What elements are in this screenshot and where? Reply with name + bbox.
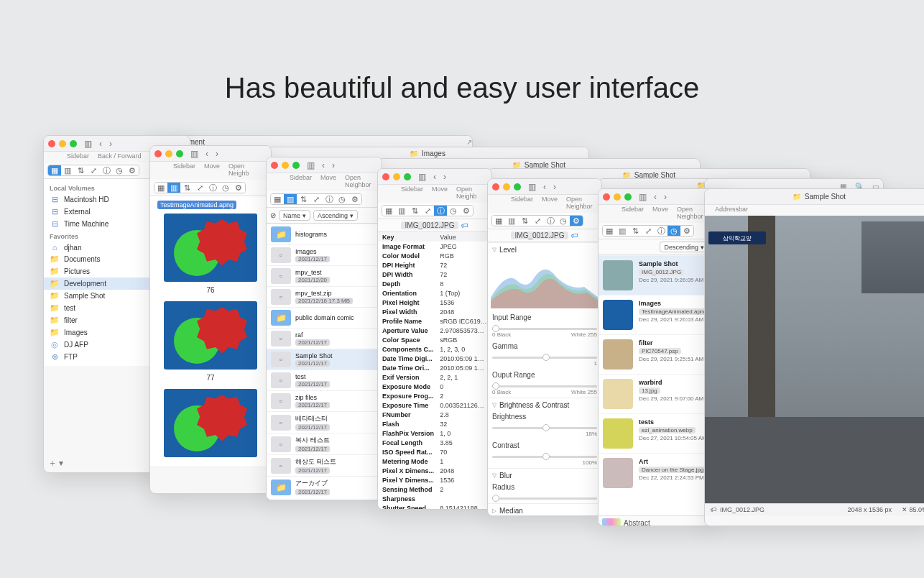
- list-item[interactable]: ▫ Images2021/12/17: [267, 244, 382, 265]
- sidebar-toggle-icon[interactable]: ▥: [84, 139, 92, 149]
- tag-icon: 🏷: [711, 506, 717, 513]
- recent-item[interactable]: Sample ShotIMG_0012.JPGDec 29, 2021 9:26…: [599, 255, 712, 295]
- marketing-headline: Has beautiful and easy user interface: [0, 72, 924, 104]
- metadata-row: Profile NamesRGB IEC61966-2.1: [378, 316, 491, 326]
- path-images[interactable]: Images: [422, 150, 445, 157]
- recent-item[interactable]: filterPIC70547.pspDec 29, 2021 9:25:51 A…: [599, 334, 712, 374]
- col-value: Value: [440, 234, 487, 241]
- thumbnail-item[interactable]: [164, 214, 257, 282]
- metadata-row: FlashPix Version1, 0: [378, 428, 491, 438]
- metadata-row: Pixel Height1536: [378, 298, 491, 307]
- chevron-right-icon[interactable]: ›: [109, 139, 112, 149]
- histogram: [491, 258, 599, 308]
- list-item[interactable]: ▫ 복사 테스트2021/12/17: [267, 433, 382, 454]
- input-range-label: Input Range: [488, 311, 601, 324]
- clock-icon[interactable]: ◷: [113, 165, 126, 175]
- metadata-row: Exposure Time0.003521126760563338: [378, 400, 491, 410]
- filter-icon[interactable]: ⊘: [270, 211, 276, 219]
- label-back-forward: Back / Forward: [98, 152, 142, 160]
- metadata-row: Sharpness: [378, 494, 491, 503]
- list-item[interactable]: ▫ 해상도 테스트2021/12/17: [267, 454, 382, 476]
- adjust-file-badge: IMG_0012.JPG: [511, 231, 569, 239]
- metadata-row: Date Time Digi...2010:05:09 17:16:10: [378, 354, 491, 363]
- sort-by-dropdown[interactable]: Name ▾: [279, 210, 310, 221]
- metadata-row: Date Time Ori...2010:05:09 17:16:10: [378, 363, 491, 372]
- list-item[interactable]: ▫ mpv_test2021/12/20: [267, 265, 382, 286]
- metadata-table: KeyValue Image FormatJPEGColor ModelRGBD…: [378, 232, 491, 510]
- path-sample-shot[interactable]: Sample Shot: [805, 193, 846, 201]
- list-item[interactable]: 📁 アーカイブ2021/12/17: [267, 476, 382, 497]
- list-item[interactable]: ▫ Sample Shot2021/12/17: [267, 349, 382, 370]
- metadata-row: Shutter Speed...8.151421188630492: [378, 503, 491, 510]
- recent-item[interactable]: ImagesTestImageAnimated.apngDec 29, 2021…: [599, 295, 712, 334]
- blur-radius-slider[interactable]: [492, 497, 597, 500]
- status-dimensions: 2048 x 1536 px: [847, 506, 892, 513]
- gamma-label: Gamma: [488, 340, 601, 352]
- sort-row[interactable]: ⊘ Name ▾ Ascending ▾: [267, 208, 382, 224]
- file-list: 📁 histograms ▫ Images2021/12/17 ▫ mpv_te…: [267, 224, 382, 500]
- metadata-row: Exposure Prog...2: [378, 391, 491, 400]
- window-info: ▥‹› SidebarMoveOpen Neighb ▦▥⇅⤢ⓘ◷⚙ IMG_0…: [377, 168, 492, 510]
- thumbnail-item[interactable]: [164, 389, 257, 457]
- output-range-label: Ouput Range: [488, 369, 601, 381]
- metadata-row: ISO Speed Rat...70: [378, 447, 491, 457]
- share-icon[interactable]: ↗: [466, 138, 472, 146]
- status-filename: IMG_0012.JPG: [720, 506, 764, 513]
- selected-file-badge: TestImageAnimated.apng: [157, 201, 236, 209]
- list-item[interactable]: 📁 public domain comic: [267, 307, 382, 328]
- adjustments-panel: ▽Level Input Range 0 BlackWhite 255 Gamm…: [488, 242, 601, 516]
- abstract-swatch: [602, 518, 621, 526]
- metadata-row: Image FormatJPEG: [378, 242, 491, 251]
- list-item[interactable]: ▫ test2021/12/17: [267, 370, 382, 390]
- street-sign: 삼익학교앞: [708, 231, 766, 244]
- recent-item[interactable]: warbird13.jpgDec 29, 2021 9:07:00 AM: [599, 374, 712, 413]
- brightness-slider[interactable]: [492, 427, 597, 429]
- list-item[interactable]: ▫ 베타테스터2021/12/17: [267, 411, 382, 433]
- contrast-slider[interactable]: [492, 456, 597, 458]
- metadata-row: Exif Version2, 2, 1: [378, 372, 491, 382]
- add-button[interactable]: ＋ ▾: [48, 457, 63, 469]
- output-range-slider[interactable]: [492, 385, 597, 387]
- input-range-slider[interactable]: [492, 328, 597, 330]
- status-bar: 🏷IMG_0012.JPG 2048 x 1536 px ✕ 85.0%: [705, 503, 924, 515]
- status-zoom: 85.0%: [909, 506, 924, 513]
- label-sidebar: Sidebar: [67, 152, 89, 160]
- metadata-row: Pixel X Dimens...2048: [378, 466, 491, 475]
- metadata-row: Pixel Y Dimens...1536: [378, 475, 491, 485]
- list-item[interactable]: ▫ zip files2021/12/17: [267, 390, 382, 411]
- metadata-row: Metering Mode1: [378, 457, 491, 466]
- recent-item[interactable]: ArtDancer on the Stage.jpgDec 22, 2021 2…: [599, 453, 712, 492]
- list-item[interactable]: ▫ mpv_test.zip2021/12/16 17.3 MB: [267, 286, 382, 307]
- recent-item[interactable]: testsezl_animation.webpDec 27, 2021 10:5…: [599, 413, 712, 453]
- window-viewer: 📁Sample Shot Addressbar 삼익학교앞 🏷IMG_0012.…: [704, 188, 924, 526]
- expand-icon[interactable]: ⤢: [87, 165, 100, 175]
- metadata-row: Components C...1, 2, 3, 0: [378, 344, 491, 354]
- col-key: Key: [382, 234, 440, 241]
- list-item[interactable]: ▫ raf2021/12/17: [267, 328, 382, 349]
- metadata-row: Orientation1 (Top): [378, 288, 491, 298]
- gamma-slider[interactable]: [492, 357, 597, 359]
- recents-sort-dropdown[interactable]: Descending ▾: [660, 242, 708, 252]
- sort-direction-dropdown[interactable]: Ascending ▾: [313, 210, 358, 221]
- thumbnail-caption: 77: [154, 374, 267, 382]
- thumbnail-item[interactable]: [164, 301, 257, 370]
- list-item[interactable]: 📁 histograms: [267, 224, 382, 244]
- thumbnail-grid: TestImageAnimated.apng 76 77: [150, 196, 271, 466]
- settings-icon[interactable]: ⚙: [126, 165, 139, 175]
- traffic-lights[interactable]: [48, 140, 77, 147]
- chevron-left-icon[interactable]: ‹: [99, 139, 102, 149]
- metadata-row: Color ModelRGB: [378, 251, 491, 260]
- image-viewport[interactable]: 삼익학교앞: [705, 216, 924, 503]
- metadata-row: Aperture Value2.970853573907009: [378, 326, 491, 335]
- metadata-row: Flash32: [378, 419, 491, 428]
- metadata-row: Pixel Width2048: [378, 307, 491, 316]
- metadata-row: Color SpacesRGB: [378, 335, 491, 344]
- thumbnail-caption: 76: [154, 286, 267, 294]
- addressbar-label: Addressbar: [715, 206, 748, 213]
- metadata-row: Focal Length3.85: [378, 438, 491, 447]
- metadata-row: DPI Height72: [378, 260, 491, 270]
- metadata-row: DPI Width72: [378, 270, 491, 279]
- info-icon[interactable]: ⓘ: [100, 165, 113, 175]
- sort-icon[interactable]: ⇅: [74, 165, 87, 175]
- metadata-row: Sensing Method2: [378, 485, 491, 494]
